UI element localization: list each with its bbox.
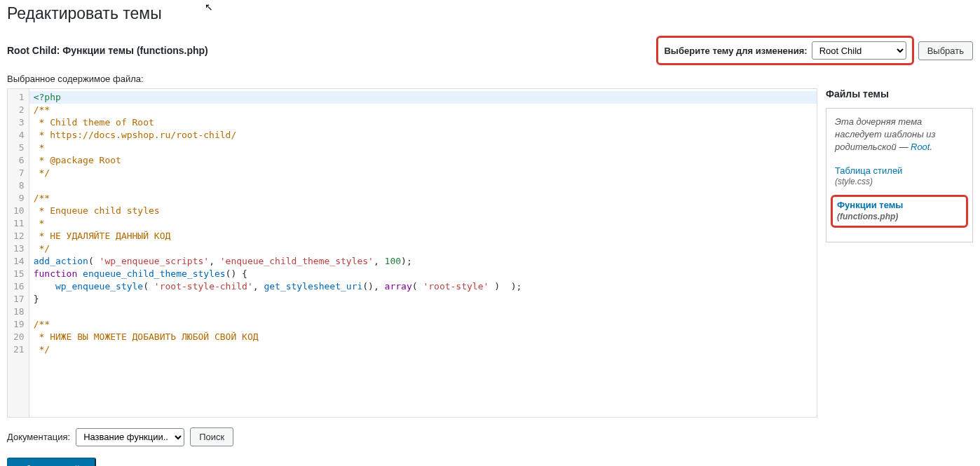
theme-selector-label: Выберите тему для изменения: (664, 46, 807, 56)
parent-theme-note: Эта дочерняя тема наследует шаблоны из р… (835, 116, 964, 154)
code-area[interactable]: <?php/** * Child theme of Root * https:/… (29, 89, 817, 417)
files-sidebar: Файлы темы Эта дочерняя тема наследует ш… (826, 88, 973, 418)
file-entry: Таблица стилей(style.css) (835, 165, 964, 188)
update-file-button[interactable]: Обновить файл (7, 458, 96, 466)
file-entry: Функции темы(functions.php) (831, 195, 968, 227)
file-list: Таблица стилей(style.css)Функции темы(fu… (835, 165, 964, 228)
file-link[interactable]: Таблица стилей (835, 165, 902, 176)
select-theme-button[interactable]: Выбрать (918, 41, 973, 60)
main-container: 123456789101112131415161718192021 <?php/… (7, 88, 973, 418)
file-heading: Root Child: Функции темы (functions.php) (7, 45, 208, 56)
documentation-row: Документация: Название функции... Поиск (7, 427, 973, 446)
documentation-search-button[interactable]: Поиск (190, 427, 233, 446)
theme-selector-group: Выберите тему для изменения: Root Child … (656, 36, 973, 65)
parent-theme-link[interactable]: Root (911, 142, 930, 152)
theme-select[interactable]: Root Child (812, 41, 906, 60)
line-gutter: 123456789101112131415161718192021 (8, 89, 29, 417)
sidebar-heading: Файлы темы (826, 88, 973, 100)
code-editor[interactable]: 123456789101112131415161718192021 <?php/… (7, 88, 817, 418)
sidebar-box: Эта дочерняя тема наследует шаблоны из р… (826, 108, 973, 242)
documentation-label: Документация: (7, 432, 70, 442)
theme-selector-box: Выберите тему для изменения: Root Child (656, 36, 913, 65)
file-filename: (functions.php) (837, 212, 962, 223)
header-row: Root Child: Функции темы (functions.php)… (7, 36, 973, 65)
documentation-select[interactable]: Название функции... (76, 428, 184, 446)
page-title: Редактировать темы (7, 4, 973, 23)
file-filename: (style.css) (835, 177, 964, 188)
editor-label: Выбранное содержимое файла: (7, 74, 973, 84)
file-link[interactable]: Функции темы (837, 200, 903, 210)
